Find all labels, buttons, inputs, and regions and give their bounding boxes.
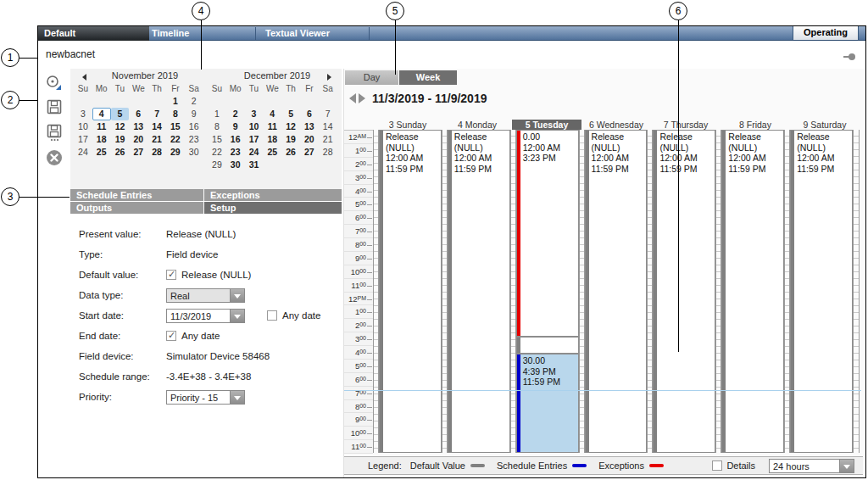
calendar-day-cell[interactable]: 10 xyxy=(74,120,92,133)
calendar-day-cell[interactable]: 27 xyxy=(300,146,319,159)
calendar-day-cell[interactable]: 4 xyxy=(263,108,281,120)
day-header-tuesday[interactable]: 5 Tuesday xyxy=(512,120,581,130)
calendar-day-cell[interactable]: 12 xyxy=(281,120,300,133)
calendar-day-cell[interactable]: 16 xyxy=(185,120,203,133)
start-date-dropdown[interactable]: 11/3/2019 xyxy=(166,309,245,323)
calendar-day-cell[interactable]: 11 xyxy=(92,120,111,133)
calendar-day-cell[interactable]: 4 xyxy=(92,108,111,120)
start-date-any-date-checkbox[interactable] xyxy=(267,310,277,321)
day-header-thursday[interactable]: 7 Thursday xyxy=(651,120,721,130)
day-header-saturday[interactable]: 9 Saturday xyxy=(790,120,860,130)
calendar-day-cell[interactable]: 13 xyxy=(129,120,147,133)
calendar-day-cell[interactable]: 27 xyxy=(129,146,147,159)
calendar-day-cell[interactable]: 7 xyxy=(319,108,337,120)
calendar-day-cell[interactable]: 18 xyxy=(263,133,281,146)
default-event[interactable]: Release (NULL)12:00 AM11:59 PM xyxy=(379,130,442,453)
pin-icon[interactable] xyxy=(849,53,855,60)
calendar-day-cell[interactable]: 28 xyxy=(147,146,166,159)
calendar-day-cell[interactable]: 26 xyxy=(111,146,130,159)
tab-exceptions[interactable]: Exceptions xyxy=(204,189,342,201)
default-value-checkbox[interactable] xyxy=(166,270,176,280)
calendar-day-cell[interactable]: 20 xyxy=(129,133,147,146)
exception-event[interactable]: 0.0012:00 AM3:23 PM xyxy=(516,130,579,337)
day-header-monday[interactable]: 4 Monday xyxy=(442,120,512,130)
calendar-day-cell[interactable]: 29 xyxy=(166,146,185,159)
next-week-icon[interactable] xyxy=(359,93,365,103)
calendar-day-cell[interactable]: 5 xyxy=(281,108,300,120)
save-icon[interactable] xyxy=(43,97,65,119)
calendar-day-cell[interactable]: 14 xyxy=(319,120,337,133)
schedule-object-icon[interactable] xyxy=(43,73,65,95)
discard-icon[interactable] xyxy=(43,148,65,170)
calendar-day-cell[interactable]: 19 xyxy=(111,133,130,146)
tab-setup[interactable]: Setup xyxy=(204,202,342,214)
calendar-day-cell[interactable]: 20 xyxy=(300,133,319,146)
calendar-day-cell[interactable]: 25 xyxy=(263,146,281,159)
calendar-day-cell[interactable]: 11 xyxy=(263,120,281,133)
calendar-day-cell[interactable]: 7 xyxy=(147,108,166,120)
calendar-day-cell[interactable]: 3 xyxy=(74,108,92,120)
end-date-checkbox[interactable] xyxy=(166,331,176,341)
default-event[interactable]: Release (NULL)12:00 AM11:59 PM xyxy=(790,130,853,453)
save-as-icon[interactable] xyxy=(43,122,65,144)
calendar-day-cell[interactable]: 19 xyxy=(281,133,300,146)
tab-timeline[interactable]: Timeline xyxy=(152,26,189,41)
calendar-day-cell[interactable]: 23 xyxy=(185,133,203,146)
calendar-day-cell[interactable]: 28 xyxy=(319,146,337,159)
calendar-day-cell[interactable]: 8 xyxy=(208,120,226,133)
calendar-day-cell[interactable]: 15 xyxy=(208,133,226,146)
day-header-sunday[interactable]: 3 Sunday xyxy=(373,120,442,130)
calendar-day-cell[interactable]: 5 xyxy=(111,108,130,120)
tab-outputs[interactable]: Outputs xyxy=(70,202,203,214)
calendar-day-cell[interactable]: 17 xyxy=(245,133,264,146)
details-checkbox[interactable] xyxy=(712,460,722,471)
calendar-day-cell[interactable]: 26 xyxy=(281,146,300,159)
calendar-day-cell[interactable]: 17 xyxy=(74,133,92,146)
calendar-day-cell[interactable]: 24 xyxy=(245,146,264,159)
calendar-day-cell[interactable]: 6 xyxy=(129,108,147,120)
calendar-day-cell[interactable]: 1 xyxy=(166,95,185,108)
tab-textual-viewer[interactable]: Textual Viewer xyxy=(265,26,330,41)
calendar-day-cell[interactable]: 9 xyxy=(185,108,203,120)
calendar-day-cell[interactable]: 22 xyxy=(166,133,185,146)
calendar-day-cell[interactable]: 16 xyxy=(226,133,245,146)
previous-week-icon[interactable] xyxy=(349,93,356,103)
tab-week[interactable]: Week xyxy=(399,70,457,85)
calendar-next-icon[interactable] xyxy=(327,74,335,81)
calendar-day-cell[interactable]: 6 xyxy=(300,108,319,120)
calendar-day-cell[interactable]: 1 xyxy=(208,108,226,120)
calendar-day-cell[interactable]: 2 xyxy=(185,95,203,108)
calendar-day-cell[interactable]: 10 xyxy=(245,120,264,133)
default-event[interactable]: Release (NULL)12:00 AM11:59 PM xyxy=(653,130,715,453)
hours-zoom-dropdown[interactable]: 24 hours xyxy=(769,459,854,473)
calendar-day-cell[interactable]: 18 xyxy=(92,133,111,146)
calendar-day-cell[interactable]: 21 xyxy=(319,133,337,146)
calendar-day-cell[interactable]: 30 xyxy=(185,146,203,159)
calendar-day-cell[interactable]: 9 xyxy=(226,120,245,133)
calendar-day-cell[interactable]: 15 xyxy=(166,120,185,133)
calendar-day-cell[interactable]: 23 xyxy=(226,146,245,159)
day-header-friday[interactable]: 8 Friday xyxy=(721,120,790,130)
calendar-day-cell[interactable]: 25 xyxy=(92,146,111,159)
default-event[interactable]: Release (NULL)12:00 AM11:59 PM xyxy=(448,130,510,453)
default-event[interactable] xyxy=(516,337,579,354)
tab-day[interactable]: Day xyxy=(345,70,398,85)
calendar-day-cell[interactable]: 8 xyxy=(166,108,185,120)
calendar-day-cell[interactable]: 14 xyxy=(147,120,166,133)
calendar-day-cell[interactable]: 30 xyxy=(226,159,245,171)
calendar-prev-icon[interactable] xyxy=(79,74,86,81)
calendar-day-cell[interactable]: 3 xyxy=(245,108,264,120)
tab-default[interactable]: Default xyxy=(38,26,149,41)
default-event[interactable]: Release (NULL)12:00 AM11:59 PM xyxy=(585,130,648,453)
calendar-day-cell[interactable]: 2 xyxy=(226,108,245,120)
tab-operating[interactable]: Operating xyxy=(793,26,859,40)
calendar-day-cell[interactable]: 12 xyxy=(111,120,130,133)
tab-schedule-entries[interactable]: Schedule Entries xyxy=(70,189,203,201)
entry-event[interactable]: 30.004:39 PM11:59 PM xyxy=(516,354,579,453)
calendar-day-cell[interactable]: 29 xyxy=(208,159,226,171)
day-header-wednesday[interactable]: 6 Wednesday xyxy=(581,120,651,130)
calendar-day-cell[interactable]: 22 xyxy=(208,146,226,159)
calendar-day-cell[interactable]: 24 xyxy=(74,146,92,159)
calendar-day-cell[interactable]: 31 xyxy=(245,159,264,171)
data-type-dropdown[interactable]: Real xyxy=(166,288,245,303)
